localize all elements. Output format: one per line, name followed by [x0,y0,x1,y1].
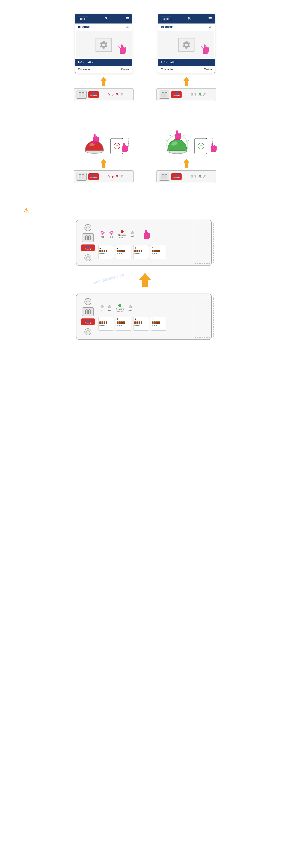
ind-group-ns: Net St. [115,93,119,97]
cursor-svg-right [198,42,211,56]
term-1a [100,321,101,324]
mled-8a [136,325,138,326]
status-bar-right: Connected Online [158,66,215,73]
mled-4 [117,253,118,254]
back-button-left[interactable]: Back [78,17,88,21]
sync-icon-right: ↻ [188,16,192,22]
ind-group-pair: Pair [120,93,123,97]
term-16a [158,321,160,324]
term-9a [135,321,136,324]
indicators-left-inactive: G1 Net St. Pair [101,93,131,97]
g1-dot-after [101,305,104,308]
ind-label-g1: G1 [108,95,110,97]
label-ns-right: Net St. [198,95,202,97]
dashed-border-before [193,222,214,264]
svg-line-31 [110,231,111,232]
slot-6 [82,175,84,179]
top-ind-row-after: G1 G2 Network Status Pair [98,303,207,314]
ns-lbl-before: Network Status [118,234,126,239]
device-box-before: 👤 👤 Power ⏻ [76,220,212,266]
mled-10a [152,325,153,326]
strip-pair-right-after: 👤 Power ⏻ G1 G2 Net St. [156,170,216,183]
mount-inner-ba [86,330,89,334]
g2-dot-after [108,305,111,308]
ind-dot-ns [116,93,118,95]
dashed-border-after [193,296,214,338]
arrow-pair-right-svg [180,156,193,169]
mled-9a [138,325,140,326]
power-pair-left: 👤 Power ⏻ [88,173,99,180]
arrow-svg-right [180,74,193,87]
section-phones: Back ↻ ☰ KL08RF ✏ [23,14,267,101]
ind-dot-g2 [112,94,113,96]
pair-lbl-after: Pair [129,309,132,312]
term-7 [121,250,123,252]
ind-pair-right: Pair [204,93,206,97]
hand-cursor-right [198,42,211,57]
term-13 [152,250,153,252]
mled-10 [152,253,153,254]
hand-small-svg-right [208,142,217,153]
edit-icon-left[interactable]: ✏ [126,25,129,29]
mod-num-4: 4 [152,246,165,249]
back-button-right[interactable]: Back [161,17,171,21]
power-btn-left-inactive: 👤 Power ⏻ [88,91,99,98]
mod-2-before: 2 [116,245,132,259]
large-arrow-svg [136,272,154,288]
mled-2a [101,325,103,326]
slot-7 [161,175,164,179]
g2-lbl-before: G2 [110,236,113,238]
term-8 [123,250,125,252]
mount-top-after [84,298,92,305]
mod-terms-3 [135,250,148,252]
mod-leds-3a [135,325,148,326]
mod-3-before: 3 [133,245,149,259]
hw-slots-before [85,236,91,240]
svg-line-11 [169,134,172,136]
arrow-pair-left-svg [97,156,110,169]
ind-dot-g1 [108,93,110,95]
device-inner-after: 👤 👤 Power ⏻ G1 [81,298,207,335]
pair-dot-after [129,305,132,308]
mled-12 [155,253,157,254]
mod-num-2: 2 [117,246,130,249]
term-15a [156,321,158,324]
mod-1-after: 1 [98,317,114,331]
power-symbol-right: ⏻ [200,145,202,148]
menu-icon-left: ☰ [125,17,129,22]
phone-header-left: Back ↻ ☰ [75,14,132,24]
hw-connector-left [76,91,86,99]
pair-col-right: ⏻ CANMAD [156,122,216,183]
mount-inner [86,226,89,229]
dot-pair-pr [204,175,206,177]
phone-block-right: Back ↻ ☰ KL08RF ✏ [156,14,216,101]
large-diagram-before: 👤 👤 Power ⏻ [76,220,214,340]
slot-3 [161,92,164,97]
btn-circle-right: ⏻ [198,143,204,149]
slot-a2 [88,309,91,314]
info-bar-left: Information [75,59,132,66]
mod-leds-4a [152,325,165,326]
term-14 [154,250,155,252]
mod-terms-1a [100,321,113,324]
person-icon-before: 👤 👤 [83,246,93,248]
term-3a [104,321,105,324]
hw-conn-pair-right [159,173,170,181]
right-section-after: G1 G2 Network Status Pair [98,303,207,331]
ind-g2-pl [112,176,113,178]
mount-top-before [84,224,92,231]
ind-ns-pr: Net St. [198,175,202,179]
hw-slots-pair-right [161,175,167,179]
term-6a [119,321,120,324]
page-wrapper: Back ↻ ☰ KL08RF ✏ [0,0,290,354]
g1-lbl-after: G1 [101,309,103,312]
hw-slots-right [161,92,167,97]
svg-marker-36 [139,273,151,287]
hw-slots-left [79,92,84,97]
edit-icon-right[interactable]: ✏ [209,25,212,29]
lbl-ns-pl: Net St. [115,177,119,179]
svg-line-0 [118,45,120,49]
svg-line-2 [201,45,203,49]
power-pair-left-text: Power ⏻ [90,177,97,179]
svg-marker-6 [100,159,107,168]
